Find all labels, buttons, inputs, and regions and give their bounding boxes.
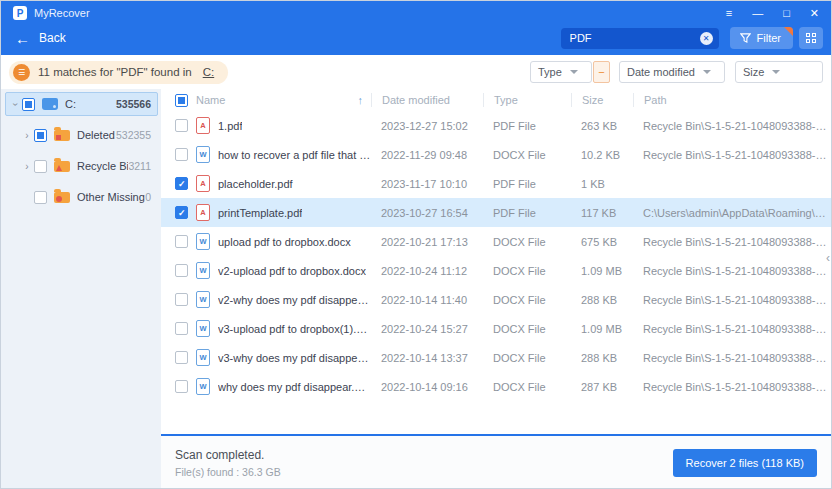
file-name: v3-why does my pdf disappear.docx	[218, 352, 371, 364]
sidebar-item-recycle-bin[interactable]: ›Recycle Bin3211	[17, 154, 158, 178]
column-header-type[interactable]: Type	[483, 93, 571, 107]
row-checkbox[interactable]	[175, 351, 188, 364]
drive-icon	[42, 98, 58, 110]
cell-path: Recycle Bin\S-1-5-21-1048093388-34225081…	[633, 120, 831, 132]
cell-type: DOCX File	[483, 381, 571, 393]
expand-arrow-icon[interactable]: ›	[10, 99, 21, 109]
row-checkbox[interactable]	[175, 293, 188, 306]
word-file-icon: W	[196, 378, 210, 395]
results-panel: Name ↑ Date modified Type Size Path A1.p…	[161, 89, 831, 489]
row-checkbox[interactable]	[175, 322, 188, 335]
pdf-file-icon: A	[196, 175, 210, 192]
table-row[interactable]: Aplaceholder.pdf2023-11-17 10:10PDF File…	[161, 169, 831, 198]
cell-date: 2022-10-14 09:16	[371, 381, 483, 393]
word-file-icon: W	[196, 291, 210, 308]
column-header-name[interactable]: Name	[196, 93, 225, 107]
word-file-icon: W	[196, 349, 210, 366]
row-checkbox[interactable]	[175, 206, 188, 219]
myrecover-logo-icon: P	[13, 6, 27, 20]
tree-checkbox[interactable]	[34, 129, 47, 142]
table-row[interactable]: Wv3-upload pdf to dropbox(1).docx2022-10…	[161, 314, 831, 343]
cell-size: 287 KB	[571, 381, 633, 393]
cell-path: C:\Users\admin\AppData\Roaming\kingsoft\…	[633, 207, 831, 219]
chevron-down-icon	[703, 70, 711, 74]
row-checkbox[interactable]	[175, 148, 188, 161]
table-row[interactable]: Wv2-upload pdf to dropbox.docx2022-10-24…	[161, 256, 831, 285]
filter-label: Filter	[757, 32, 781, 44]
table-header: Name ↑ Date modified Type Size Path	[161, 89, 831, 111]
date-modified-dropdown[interactable]: Date modified	[619, 61, 725, 83]
table-row[interactable]: Wv3-why does my pdf disappear.docx2022-1…	[161, 343, 831, 372]
nav-bar: ← Back ✕ Filter	[1, 25, 831, 55]
filter-button[interactable]: Filter	[730, 27, 793, 49]
cell-type: DOCX File	[483, 323, 571, 335]
tree-item-count: 535566	[116, 98, 151, 110]
footer-bar: Scan completed. File(s) found : 36.3 GB …	[161, 434, 831, 489]
row-checkbox[interactable]	[175, 264, 188, 277]
tree-item-count: 3211	[128, 160, 151, 172]
select-all-checkbox[interactable]	[175, 94, 188, 107]
funnel-icon	[740, 33, 751, 44]
cell-type: DOCX File	[483, 236, 571, 248]
sort-ascending-icon[interactable]: ↑	[358, 93, 372, 107]
close-icon[interactable]: ✕	[810, 8, 819, 19]
row-checkbox[interactable]	[175, 235, 188, 248]
table-row[interactable]: Wwhy does my pdf disappear.docx2022-10-1…	[161, 372, 831, 401]
word-file-icon: W	[196, 320, 210, 337]
table-row[interactable]: AprintTemplate.pdf2023-10-27 16:54PDF Fi…	[161, 198, 831, 227]
type-filter-dropdown[interactable]: Type	[530, 61, 592, 83]
cell-date: 2022-10-14 13:37	[371, 352, 483, 364]
sidebar-item-deleted-files[interactable]: ›Deleted Files532355	[17, 123, 158, 147]
recover-button[interactable]: Recover 2 files (118 KB)	[673, 449, 817, 477]
cell-path: Recycle Bin\S-1-5-21-1048093388-34225081…	[633, 265, 831, 277]
files-found: File(s) found : 36.3 GB	[175, 466, 281, 478]
tree-checkbox[interactable]	[34, 160, 47, 173]
cell-type: DOCX File	[483, 149, 571, 161]
main-content: ›C:535566›Deleted Files532355›Recycle Bi…	[1, 89, 831, 489]
row-checkbox[interactable]	[175, 177, 188, 190]
pdf-file-icon: A	[196, 117, 210, 134]
maximize-icon[interactable]: □	[783, 8, 790, 19]
table-row[interactable]: Whow to recover a pdf file that was not …	[161, 140, 831, 169]
matches-location-link[interactable]: C:	[203, 66, 215, 78]
expand-arrow-icon[interactable]: ›	[22, 130, 32, 141]
scan-status: Scan completed.	[175, 448, 281, 462]
type-filter-remove-button[interactable]: −	[593, 61, 610, 83]
search-input[interactable]	[570, 32, 700, 44]
column-header-date-modified[interactable]: Date modified	[371, 93, 483, 107]
tree-checkbox[interactable]	[22, 98, 35, 111]
column-header-path[interactable]: Path	[633, 93, 831, 107]
cell-size: 1 KB	[571, 178, 633, 190]
column-header-size[interactable]: Size	[571, 93, 633, 107]
sidebar-item-c-[interactable]: ›C:535566	[5, 92, 158, 116]
grid-view-button[interactable]	[799, 27, 823, 49]
minimize-icon[interactable]: —	[752, 8, 763, 19]
expand-arrow-icon[interactable]: ›	[22, 161, 32, 172]
cell-path: Recycle Bin\S-1-5-21-1048093388-34225081…	[633, 236, 831, 248]
word-file-icon: W	[196, 233, 210, 250]
collapse-panel-icon[interactable]: ‹	[826, 251, 830, 265]
pdf-file-icon: A	[196, 204, 210, 221]
table-row[interactable]: Wv2-why does my pdf disappear.docx2022-1…	[161, 285, 831, 314]
row-checkbox[interactable]	[175, 380, 188, 393]
file-name: why does my pdf disappear.docx	[218, 381, 371, 393]
filter-badge-icon	[784, 27, 793, 36]
cell-date: 2023-10-27 16:54	[371, 207, 483, 219]
back-button[interactable]: ← Back	[15, 31, 66, 46]
size-dropdown[interactable]: Size	[735, 61, 823, 83]
menu-icon[interactable]: ≡	[726, 8, 732, 19]
tree-checkbox[interactable]	[34, 191, 47, 204]
cell-type: DOCX File	[483, 265, 571, 277]
cell-date: 2023-11-17 10:10	[371, 178, 483, 190]
cell-date: 2023-12-27 15:02	[371, 120, 483, 132]
row-checkbox[interactable]	[175, 119, 188, 132]
table-row[interactable]: Wupload pdf to dropbox.docx2022-10-21 17…	[161, 227, 831, 256]
name-cell: Whow to recover a pdf file that was not …	[161, 146, 371, 163]
clear-search-icon[interactable]: ✕	[700, 32, 713, 45]
table-body: A1.pdf2023-12-27 15:02PDF File263 KBRecy…	[161, 111, 831, 401]
table-row[interactable]: A1.pdf2023-12-27 15:02PDF File263 KBRecy…	[161, 111, 831, 140]
sidebar-item-other-missing-files[interactable]: Other Missing Files0	[17, 185, 158, 209]
word-file-icon: W	[196, 262, 210, 279]
matches-text: 11 matches for "PDF" found in	[38, 66, 192, 78]
file-name: how to recover a pdf file that was not s…	[218, 149, 371, 161]
